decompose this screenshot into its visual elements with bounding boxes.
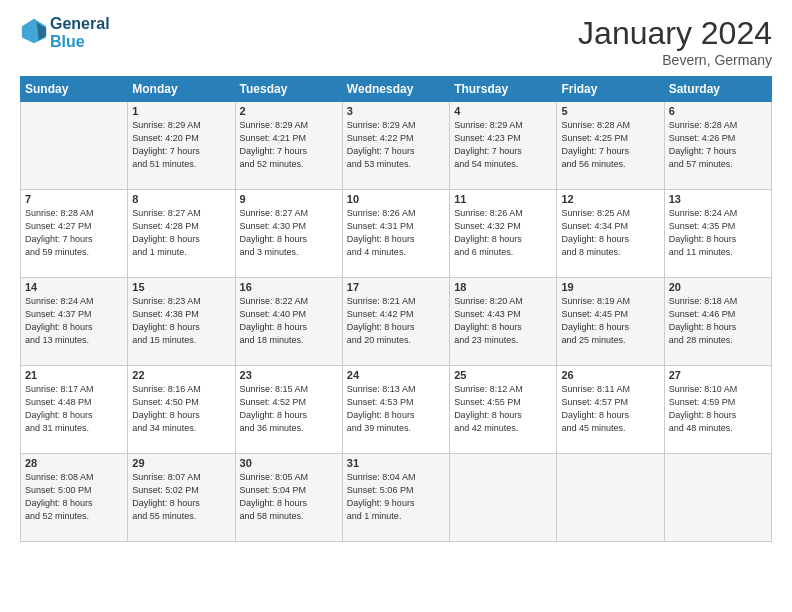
calendar-cell: 27Sunrise: 8:10 AMSunset: 4:59 PMDayligh… [664,366,771,454]
logo-text: General Blue [50,15,110,50]
day-info: Sunrise: 8:18 AMSunset: 4:46 PMDaylight:… [669,295,767,347]
day-info: Sunrise: 8:04 AMSunset: 5:06 PMDaylight:… [347,471,445,523]
calendar-cell: 8Sunrise: 8:27 AMSunset: 4:28 PMDaylight… [128,190,235,278]
day-info: Sunrise: 8:11 AMSunset: 4:57 PMDaylight:… [561,383,659,435]
calendar-cell: 12Sunrise: 8:25 AMSunset: 4:34 PMDayligh… [557,190,664,278]
day-info: Sunrise: 8:27 AMSunset: 4:30 PMDaylight:… [240,207,338,259]
day-number: 10 [347,193,445,205]
day-number: 25 [454,369,552,381]
calendar-cell [557,454,664,542]
day-info: Sunrise: 8:29 AMSunset: 4:22 PMDaylight:… [347,119,445,171]
day-number: 28 [25,457,123,469]
calendar-cell [450,454,557,542]
day-info: Sunrise: 8:13 AMSunset: 4:53 PMDaylight:… [347,383,445,435]
calendar-cell: 3Sunrise: 8:29 AMSunset: 4:22 PMDaylight… [342,102,449,190]
calendar-cell: 26Sunrise: 8:11 AMSunset: 4:57 PMDayligh… [557,366,664,454]
day-info: Sunrise: 8:26 AMSunset: 4:31 PMDaylight:… [347,207,445,259]
day-info: Sunrise: 8:15 AMSunset: 4:52 PMDaylight:… [240,383,338,435]
calendar-table: SundayMondayTuesdayWednesdayThursdayFrid… [20,76,772,542]
day-info: Sunrise: 8:05 AMSunset: 5:04 PMDaylight:… [240,471,338,523]
day-number: 31 [347,457,445,469]
calendar-cell: 10Sunrise: 8:26 AMSunset: 4:31 PMDayligh… [342,190,449,278]
day-info: Sunrise: 8:12 AMSunset: 4:55 PMDaylight:… [454,383,552,435]
calendar-cell [664,454,771,542]
day-number: 30 [240,457,338,469]
calendar-cell: 20Sunrise: 8:18 AMSunset: 4:46 PMDayligh… [664,278,771,366]
day-number: 14 [25,281,123,293]
day-number: 6 [669,105,767,117]
calendar-cell: 24Sunrise: 8:13 AMSunset: 4:53 PMDayligh… [342,366,449,454]
day-info: Sunrise: 8:29 AMSunset: 4:23 PMDaylight:… [454,119,552,171]
title-block: January 2024 Bevern, Germany [578,15,772,68]
day-info: Sunrise: 8:25 AMSunset: 4:34 PMDaylight:… [561,207,659,259]
calendar-cell: 1Sunrise: 8:29 AMSunset: 4:20 PMDaylight… [128,102,235,190]
day-info: Sunrise: 8:07 AMSunset: 5:02 PMDaylight:… [132,471,230,523]
day-info: Sunrise: 8:20 AMSunset: 4:43 PMDaylight:… [454,295,552,347]
calendar-cell: 17Sunrise: 8:21 AMSunset: 4:42 PMDayligh… [342,278,449,366]
calendar-cell [21,102,128,190]
day-number: 13 [669,193,767,205]
day-number: 21 [25,369,123,381]
day-number: 3 [347,105,445,117]
month-title: January 2024 [578,15,772,52]
day-info: Sunrise: 8:22 AMSunset: 4:40 PMDaylight:… [240,295,338,347]
day-number: 8 [132,193,230,205]
calendar-cell: 2Sunrise: 8:29 AMSunset: 4:21 PMDaylight… [235,102,342,190]
day-number: 22 [132,369,230,381]
calendar-cell: 7Sunrise: 8:28 AMSunset: 4:27 PMDaylight… [21,190,128,278]
day-info: Sunrise: 8:28 AMSunset: 4:27 PMDaylight:… [25,207,123,259]
calendar-cell: 25Sunrise: 8:12 AMSunset: 4:55 PMDayligh… [450,366,557,454]
day-number: 1 [132,105,230,117]
day-number: 17 [347,281,445,293]
day-number: 5 [561,105,659,117]
day-info: Sunrise: 8:19 AMSunset: 4:45 PMDaylight:… [561,295,659,347]
day-info: Sunrise: 8:08 AMSunset: 5:00 PMDaylight:… [25,471,123,523]
day-number: 16 [240,281,338,293]
col-header-tuesday: Tuesday [235,77,342,102]
day-info: Sunrise: 8:17 AMSunset: 4:48 PMDaylight:… [25,383,123,435]
page: General Blue January 2024 Bevern, German… [0,0,792,612]
col-header-monday: Monday [128,77,235,102]
calendar-cell: 29Sunrise: 8:07 AMSunset: 5:02 PMDayligh… [128,454,235,542]
col-header-saturday: Saturday [664,77,771,102]
calendar-cell: 30Sunrise: 8:05 AMSunset: 5:04 PMDayligh… [235,454,342,542]
day-number: 11 [454,193,552,205]
calendar-cell: 13Sunrise: 8:24 AMSunset: 4:35 PMDayligh… [664,190,771,278]
day-info: Sunrise: 8:24 AMSunset: 4:37 PMDaylight:… [25,295,123,347]
day-info: Sunrise: 8:26 AMSunset: 4:32 PMDaylight:… [454,207,552,259]
day-number: 24 [347,369,445,381]
day-number: 15 [132,281,230,293]
day-info: Sunrise: 8:16 AMSunset: 4:50 PMDaylight:… [132,383,230,435]
logo-icon [20,17,48,45]
day-number: 18 [454,281,552,293]
day-number: 4 [454,105,552,117]
day-number: 29 [132,457,230,469]
calendar-cell: 5Sunrise: 8:28 AMSunset: 4:25 PMDaylight… [557,102,664,190]
day-number: 2 [240,105,338,117]
day-number: 23 [240,369,338,381]
calendar-cell: 6Sunrise: 8:28 AMSunset: 4:26 PMDaylight… [664,102,771,190]
calendar-cell: 9Sunrise: 8:27 AMSunset: 4:30 PMDaylight… [235,190,342,278]
day-info: Sunrise: 8:29 AMSunset: 4:21 PMDaylight:… [240,119,338,171]
calendar-cell: 23Sunrise: 8:15 AMSunset: 4:52 PMDayligh… [235,366,342,454]
col-header-thursday: Thursday [450,77,557,102]
day-info: Sunrise: 8:24 AMSunset: 4:35 PMDaylight:… [669,207,767,259]
day-number: 27 [669,369,767,381]
col-header-sunday: Sunday [21,77,128,102]
calendar-cell: 31Sunrise: 8:04 AMSunset: 5:06 PMDayligh… [342,454,449,542]
day-info: Sunrise: 8:28 AMSunset: 4:26 PMDaylight:… [669,119,767,171]
calendar-cell: 19Sunrise: 8:19 AMSunset: 4:45 PMDayligh… [557,278,664,366]
day-number: 19 [561,281,659,293]
day-number: 7 [25,193,123,205]
calendar-cell: 11Sunrise: 8:26 AMSunset: 4:32 PMDayligh… [450,190,557,278]
day-info: Sunrise: 8:10 AMSunset: 4:59 PMDaylight:… [669,383,767,435]
day-info: Sunrise: 8:27 AMSunset: 4:28 PMDaylight:… [132,207,230,259]
calendar-cell: 18Sunrise: 8:20 AMSunset: 4:43 PMDayligh… [450,278,557,366]
day-info: Sunrise: 8:29 AMSunset: 4:20 PMDaylight:… [132,119,230,171]
location: Bevern, Germany [578,52,772,68]
day-number: 9 [240,193,338,205]
day-info: Sunrise: 8:23 AMSunset: 4:38 PMDaylight:… [132,295,230,347]
calendar-cell: 14Sunrise: 8:24 AMSunset: 4:37 PMDayligh… [21,278,128,366]
logo: General Blue [20,15,110,50]
calendar-cell: 16Sunrise: 8:22 AMSunset: 4:40 PMDayligh… [235,278,342,366]
